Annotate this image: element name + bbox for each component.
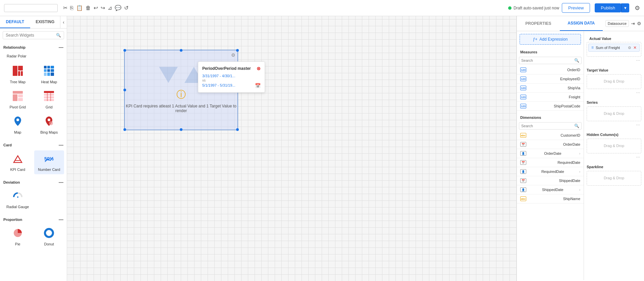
dashboard-title-input[interactable]: KPI Card Slave for POP (4, 4, 58, 12)
filter-icon[interactable]: ⊿ (108, 5, 112, 11)
chip-close-icon[interactable]: ✕ (633, 45, 637, 50)
autosave-status: Draft auto-saved just now (508, 6, 559, 10)
calendar-icon[interactable]: 📅 (255, 83, 261, 88)
triangle-down-decor (159, 67, 178, 83)
dimensions-search-container[interactable]: 🔍 (519, 122, 582, 130)
cut-icon[interactable]: ✂ (63, 5, 67, 11)
measures-search-input[interactable] (521, 58, 574, 62)
widget-radial-gauge[interactable]: Radial Gauge (3, 188, 33, 212)
publish-dropdown-button[interactable]: ▾ (621, 3, 629, 12)
period-popup-error-icon: ⊗ (257, 66, 261, 71)
field-customer-id[interactable]: abc CustomerID (517, 131, 584, 140)
resize-handle-tc[interactable] (180, 49, 182, 52)
datasource-selector[interactable]: Datasource (605, 20, 629, 27)
widget-number-card[interactable]: 50% Number Card (34, 150, 64, 174)
publish-button[interactable]: Publish (595, 3, 621, 12)
widget-donut[interactable]: Donut (34, 225, 64, 249)
copy-icon[interactable]: ⎘ (70, 5, 73, 11)
deviation-widget-grid: Radial Gauge (0, 186, 67, 214)
resize-handle-bl[interactable] (123, 128, 126, 131)
actual-value-more-dots[interactable]: ··· (587, 57, 641, 63)
target-value-more-dots[interactable]: ··· (587, 89, 641, 96)
dimensions-search-input[interactable] (521, 124, 574, 128)
widget-pie[interactable]: Pie (3, 225, 33, 249)
collapse-proportion-icon[interactable]: — (59, 217, 63, 222)
field-order-date-cal[interactable]: 📅 OrderDate (517, 140, 584, 149)
svg-rect-13 (13, 91, 23, 94)
resize-handle-bc[interactable] (180, 128, 182, 131)
field-order-id[interactable]: 123 OrderID (517, 65, 584, 75)
section-deviation: Deviation — (0, 177, 67, 186)
comment-icon[interactable]: 💬 (115, 5, 121, 11)
tab-assign-data[interactable]: ASSIGN DATA (560, 16, 603, 31)
right-panel-settings-icon[interactable]: ⚙ (637, 21, 641, 26)
preview-button[interactable]: Preview (562, 3, 590, 13)
search-widgets-container[interactable]: 🔍 (3, 31, 64, 39)
add-expression-label: Add Expression (539, 37, 568, 42)
collapse-card-icon[interactable]: — (59, 142, 63, 148)
hidden-columns-more-dots[interactable]: ··· (587, 153, 641, 160)
period-popup: PeriodOverPeriod master ⊗ 3/31/1997 - 4/… (198, 61, 265, 93)
refresh-icon[interactable]: ↺ (124, 5, 128, 11)
tab-properties[interactable]: PROPERTIES (517, 16, 560, 31)
settings-icon[interactable]: ⚙ (635, 4, 640, 12)
number-card-icon: 50% (44, 153, 54, 166)
radar-polar-label[interactable]: Radar Polar (3, 52, 63, 60)
series-more-dots[interactable]: ··· (587, 121, 641, 128)
widget-heat-map[interactable]: Heat Map (34, 63, 64, 87)
search-widgets-input[interactable] (6, 33, 56, 38)
widget-bing-maps[interactable]: Bing Maps (34, 113, 64, 137)
collapse-relationship-icon[interactable]: — (59, 45, 63, 50)
widget-pivot-grid[interactable]: Pivot Grid (3, 88, 33, 112)
resize-handle-tl[interactable] (123, 49, 126, 52)
sparkline-dropzone[interactable]: Drag & Drop (587, 171, 641, 186)
target-value-dropzone[interactable]: Drag & Drop (587, 74, 641, 89)
add-expression-button[interactable]: ƒ+ Add Expression (520, 34, 581, 45)
widget-map[interactable]: Map (3, 113, 33, 137)
resize-handle-br[interactable] (236, 128, 239, 131)
field-icon-ship-name: abc (520, 196, 526, 201)
left-sidebar: DEFAULT EXISTING ‹ 🔍 Relationship — Rada… (0, 16, 67, 281)
tab-existing[interactable]: EXISTING (30, 16, 60, 28)
tab-default[interactable]: DEFAULT (0, 16, 30, 28)
canvas-widget-gear-icon[interactable]: ⚙ (231, 52, 235, 58)
field-ship-name[interactable]: abc ShipName (517, 194, 584, 203)
series-dropzone[interactable]: Drag & Drop (587, 106, 641, 121)
chip-gear-icon[interactable]: ⚙ (628, 46, 631, 50)
right-panel-icons: Datasource ⇥ ⚙ (603, 20, 644, 27)
widget-tree-map[interactable]: Tree Map (3, 63, 33, 87)
period-date-range-1: 3/31/1997 - 4/30/1... (202, 74, 261, 78)
undo-icon[interactable]: ↩ (94, 5, 98, 11)
field-shipped-date-cal[interactable]: 📅 ShippedDate (517, 176, 584, 185)
field-freight[interactable]: 123 Freight (517, 93, 584, 102)
paste-icon[interactable]: 📋 (76, 5, 83, 11)
actual-value-dropzone[interactable]: ⠿ Sum of Freight ⚙ ✕ (587, 42, 641, 57)
field-required-date-cal[interactable]: 📅 RequiredDate (517, 158, 584, 167)
grid-icon (44, 91, 54, 104)
resize-handle-ml[interactable] (123, 89, 126, 91)
svg-rect-1 (18, 66, 23, 71)
delete-icon[interactable]: 🗑 (86, 5, 91, 11)
field-required-date-hier[interactable]: 👤 RequiredDate › (517, 167, 584, 176)
redo-icon[interactable]: ↪ (101, 5, 105, 11)
field-shipped-date-hier[interactable]: 👤 ShippedDate › (517, 185, 584, 194)
sidebar-toggle[interactable]: ‹ (60, 16, 67, 28)
hidden-columns-dropzone[interactable]: Drag & Drop (587, 139, 641, 153)
title-input-wrapper[interactable]: KPI Card Slave for POP (4, 4, 58, 12)
svg-rect-6 (51, 66, 54, 68)
field-ship-postal-code[interactable]: 123 ShipPostalCode (517, 102, 584, 111)
radar-polar-item[interactable]: Radar Polar (0, 51, 67, 61)
field-label-employee-id: EmployeeID (560, 77, 580, 81)
widget-kpi-card[interactable]: KPI Card (3, 150, 33, 174)
collapse-deviation-icon[interactable]: — (59, 180, 63, 185)
widget-grid[interactable]: Grid (34, 88, 64, 112)
field-icon-shipped-date-cal: 📅 (520, 178, 526, 183)
svg-rect-4 (44, 66, 47, 68)
field-employee-id[interactable]: 123 EmployeeID (517, 75, 584, 84)
resize-handle-tr[interactable] (236, 49, 239, 52)
svg-rect-20 (44, 99, 54, 101)
field-ship-via[interactable]: 123 ShipVia (517, 84, 584, 93)
field-order-date-hier[interactable]: 👤 OrderDate › (517, 149, 584, 158)
right-panel-expand-icon[interactable]: ⇥ (631, 21, 635, 26)
measures-search-container[interactable]: 🔍 (519, 57, 582, 64)
